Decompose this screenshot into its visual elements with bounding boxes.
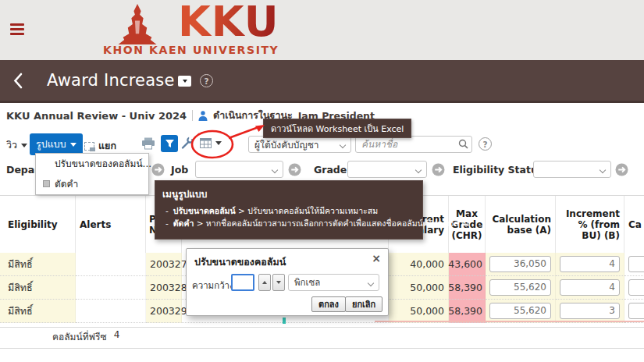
ok-button[interactable]: ตกลง <box>311 296 346 312</box>
tooltip-term: ปรับขนาดคอลัมน์ <box>173 206 236 215</box>
spinner-down-button[interactable] <box>272 274 285 291</box>
subordinate-dropdown[interactable]: ผู้ใต้บังคับบัญชา <box>248 136 351 153</box>
column-header-ca[interactable]: Ca <box>624 196 644 253</box>
max-grade-cell: 43,600 <box>449 253 486 276</box>
ca-input[interactable] <box>628 303 644 319</box>
column-header-calculation-base[interactable]: Calculation base (A) <box>486 196 556 253</box>
person-number-cell: 200327 <box>146 253 182 276</box>
filter-label-eligibility-status: Eligibility Status <box>453 164 543 176</box>
column-eligibility: Eligibility มีสิทธิ์ มีสิทธิ์ มีสิทธิ์ <box>0 196 76 323</box>
detach-button[interactable]: แยก <box>84 138 116 154</box>
eligibility-cell: มีสิทธิ์ <box>0 276 76 300</box>
increment-cell: 3 <box>556 300 624 323</box>
menu-item-resize-columns[interactable]: ปรับขนาดของคอลัมน์... <box>36 154 148 174</box>
chevron-down-icon <box>600 167 606 173</box>
close-icon[interactable]: × <box>372 252 381 264</box>
width-input[interactable] <box>231 274 254 291</box>
format-menu-label: รูปแบบ <box>36 137 66 152</box>
page-title: Award Increase <box>47 60 175 101</box>
tools-button[interactable] <box>180 137 194 150</box>
divider <box>0 327 644 328</box>
max-grade-cell: 58,390 <box>449 300 486 323</box>
calc-base-input[interactable]: 55,620 <box>489 303 551 319</box>
increment-cell: 4 <box>556 253 624 276</box>
calc-base-input[interactable]: 36,050 <box>489 256 551 272</box>
unit-select-value: พิกเซล <box>294 275 320 289</box>
back-chevron-icon[interactable] <box>12 73 23 89</box>
tooltip-desc: > ปรับขนาดคอลัมน์ให้มีความเหมาะสม <box>238 206 378 215</box>
alerts-cell <box>76 253 146 276</box>
spinner-up-button[interactable] <box>258 274 271 291</box>
current-salary-cell: 50,000 <box>389 300 449 323</box>
eligibility-cell: มีสิทธิ์ <box>0 253 76 276</box>
page-title-bar: Award Increase ? <box>0 60 644 103</box>
print-button[interactable] <box>141 137 155 150</box>
kku-acronym-logo: KKU <box>178 0 279 46</box>
calc-base-cell: 55,620 <box>486 300 556 323</box>
menu-item-wrap-text[interactable]: ตัดคำ <box>36 174 148 194</box>
frozen-columns-label: คอลัมน์ที่ฟรีซ <box>52 329 107 344</box>
page-help-icon[interactable]: ? <box>200 74 213 87</box>
department-go-icon[interactable] <box>151 163 165 176</box>
tooltip-desc: > หากชื่อคอลัมน์ยาวสามารถเลือกการตัดคำเพ… <box>197 218 469 228</box>
person-number-cell: 200329 <box>146 300 182 323</box>
chevron-down-icon <box>415 167 422 173</box>
checkbox-icon <box>43 180 50 187</box>
column-calculation-base: Calculation base (A) 36,050 55,620 55,62… <box>486 196 556 323</box>
cancel-button[interactable]: ยกเลิก <box>345 296 382 312</box>
column-header-alerts[interactable]: Alerts <box>76 196 146 253</box>
tooltip-term: ตัดคำ <box>173 218 194 228</box>
increment-input[interactable]: 3 <box>560 303 620 319</box>
current-salary-cell: 40,000 <box>389 253 449 276</box>
format-menu-button[interactable]: รูปแบบ <box>30 133 83 155</box>
scroll-indicator <box>283 318 286 324</box>
grade-select[interactable] <box>347 161 427 178</box>
export-grid-icon <box>200 138 212 148</box>
frozen-columns-count: 4 <box>114 329 120 344</box>
increment-input[interactable]: 4 <box>560 256 620 272</box>
detach-icon <box>84 142 94 151</box>
app-header: KKU KHON KAEN UNIVERSITY <box>0 0 644 60</box>
column-header-eligibility[interactable]: Eligibility <box>0 196 76 253</box>
tooltip-title: เมนูรูปแบบ <box>162 186 415 201</box>
search-help-icon[interactable]: ? <box>479 137 492 151</box>
job-go-icon[interactable] <box>288 163 301 176</box>
ca-cell <box>624 300 644 323</box>
hamburger-menu-icon[interactable] <box>10 23 24 37</box>
calc-base-input[interactable]: 55,620 <box>489 279 551 296</box>
ca-cell <box>624 253 644 276</box>
ca-input[interactable] <box>628 256 644 272</box>
chevron-down-icon <box>368 280 374 286</box>
column-alerts: Alerts <box>76 196 146 323</box>
grade-go-icon[interactable] <box>432 163 445 176</box>
max-grade-cell: 58,390 <box>449 276 486 300</box>
eligibility-status-go-icon[interactable] <box>615 163 628 176</box>
presentation-dropdown-icon[interactable] <box>178 76 191 87</box>
printer-icon <box>141 137 155 150</box>
width-label: ความกว้าง <box>192 279 234 293</box>
column-header-increment-pct[interactable]: Increment % (from BU) (B) <box>556 196 624 253</box>
job-select[interactable] <box>195 161 283 178</box>
unit-select[interactable]: พิกเซล <box>288 274 379 291</box>
export-excel-button[interactable] <box>200 138 222 148</box>
table-bottom-highlight <box>375 321 644 322</box>
person-number-cell: 200328 <box>146 276 182 300</box>
wrench-icon <box>180 137 194 150</box>
increment-input[interactable]: 4 <box>560 279 620 296</box>
search-name-input[interactable] <box>355 136 472 153</box>
excel-download-tooltip: ดาวน์โหลด Worksheet เป็น Excel <box>263 119 411 138</box>
menu-item-wrap-text-label: ตัดคำ <box>55 179 78 190</box>
search-name-box <box>355 136 472 153</box>
detach-label: แยก <box>98 138 116 154</box>
dialog-title: ปรับขนาดของคอลัมน์ <box>194 254 286 270</box>
view-menu-button[interactable]: วิว <box>6 137 27 153</box>
eligibility-status-select[interactable] <box>533 161 611 178</box>
university-name: KHON KAEN UNIVERSITY <box>103 44 279 56</box>
separator <box>192 110 193 121</box>
resize-column-dialog: ปรับขนาดของคอลัมน์ × ความกว้าง พิกเซล ตก… <box>186 248 389 316</box>
filter-button[interactable] <box>161 135 178 152</box>
ca-input[interactable] <box>628 279 644 296</box>
subordinate-dropdown-value: ผู้ใต้บังคับบัญชา <box>254 137 319 152</box>
caret-down-icon <box>276 281 281 284</box>
format-dropdown-menu: ปรับขนาดของคอลัมน์... ตัดคำ <box>35 153 149 195</box>
